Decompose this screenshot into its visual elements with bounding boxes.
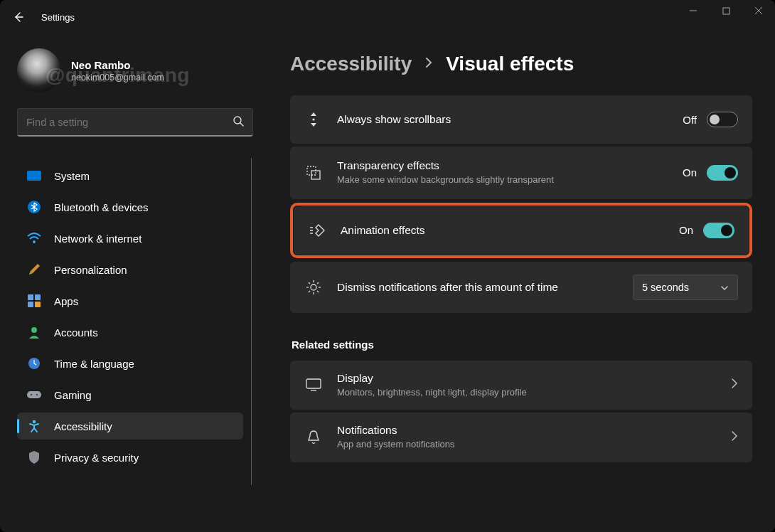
nav-item-accessibility[interactable]: Accessibility	[17, 413, 243, 440]
accessibility-icon	[27, 419, 41, 433]
setting-dismiss-notifications: Dismiss notifications after this amount …	[290, 262, 752, 313]
chevron-right-icon	[731, 378, 738, 392]
app-title: Settings	[41, 12, 75, 23]
link-title: Notifications	[337, 424, 717, 437]
chevron-down-icon	[720, 282, 729, 293]
setting-subtitle: Make some window backgrounds slightly tr…	[337, 174, 607, 186]
search-input[interactable]	[26, 117, 232, 128]
svg-point-16	[312, 118, 314, 120]
profile[interactable]: Neo Rambo neokim005@gmail.com @quantrima…	[17, 48, 256, 92]
nav-label: Personalization	[54, 264, 127, 276]
shield-icon	[27, 450, 41, 464]
body: Neo Rambo neokim005@gmail.com @quantrima…	[0, 34, 775, 532]
settings-window: Settings Neo Rambo neokim005@gmail.com @…	[0, 0, 775, 532]
nav-label: Accessibility	[54, 420, 112, 432]
maximize-button[interactable]	[710, 0, 742, 21]
back-button[interactable]	[4, 3, 33, 31]
window-controls	[677, 0, 775, 21]
transparency-icon	[304, 165, 323, 181]
toggle-state-label: Off	[683, 114, 697, 126]
brightness-icon	[304, 280, 323, 295]
titlebar: Settings	[0, 0, 775, 34]
svg-rect-6	[28, 294, 33, 300]
toggle-state-label: On	[679, 224, 693, 236]
link-subtitle: App and system notifications	[337, 438, 717, 451]
svg-point-10	[31, 327, 37, 333]
nav-item-time-language[interactable]: Time & language	[17, 350, 243, 377]
link-subtitle: Monitors, brightness, night light, displ…	[337, 386, 717, 399]
bell-icon	[304, 430, 323, 445]
system-icon	[27, 169, 41, 183]
nav-item-network[interactable]: Network & internet	[17, 225, 243, 252]
search-box[interactable]	[17, 108, 253, 137]
animation-icon	[308, 223, 326, 238]
nav-item-apps[interactable]: Apps	[17, 287, 243, 314]
clock-globe-icon	[27, 356, 41, 371]
nav-item-privacy[interactable]: Privacy & security	[17, 444, 243, 471]
related-notifications[interactable]: Notifications App and system notificatio…	[290, 413, 752, 462]
nav-item-gaming[interactable]: Gaming	[17, 381, 243, 408]
close-icon	[754, 6, 763, 15]
setting-animation-effects: Animation effects On	[294, 206, 749, 255]
svg-rect-20	[306, 379, 321, 388]
avatar	[17, 48, 61, 92]
svg-rect-2	[27, 171, 41, 181]
apps-icon	[27, 294, 41, 308]
svg-rect-9	[35, 302, 41, 307]
transparency-toggle[interactable]	[707, 165, 738, 181]
nav-label: Time & language	[54, 358, 134, 370]
nav-item-personalization[interactable]: Personalization	[17, 256, 243, 283]
profile-email: neokim005@gmail.com	[71, 73, 164, 83]
minimize-icon	[689, 6, 698, 15]
setting-title: Transparency effects	[337, 159, 668, 172]
nav-item-accounts[interactable]: Accounts	[17, 319, 243, 346]
setting-always-show-scrollbars: Always show scrollbars Off	[290, 95, 752, 144]
breadcrumb-parent[interactable]: Accessibility	[290, 53, 412, 75]
nav-label: Apps	[54, 295, 78, 307]
bluetooth-icon	[27, 200, 41, 214]
link-title: Display	[337, 372, 717, 385]
gamepad-icon	[27, 388, 41, 402]
animation-toggle[interactable]	[703, 223, 734, 238]
nav-item-system[interactable]: System	[17, 162, 243, 189]
chevron-right-icon	[731, 430, 738, 445]
setting-title: Animation effects	[341, 224, 665, 237]
maximize-icon	[722, 7, 730, 15]
nav-label: Accounts	[54, 326, 98, 339]
nav-scrollbar[interactable]	[251, 158, 252, 485]
nav-label: Bluetooth & devices	[54, 201, 149, 213]
setting-title: Dismiss notifications after this amount …	[337, 281, 619, 294]
nav-label: Privacy & security	[54, 452, 139, 464]
person-icon	[27, 325, 41, 339]
sidebar: Neo Rambo neokim005@gmail.com @quantrima…	[0, 34, 256, 532]
dismiss-time-dropdown[interactable]: 5 seconds	[633, 275, 738, 300]
svg-point-13	[31, 394, 32, 395]
svg-rect-7	[35, 294, 41, 300]
display-icon	[304, 378, 323, 391]
brush-icon	[27, 262, 41, 277]
nav-label: Gaming	[54, 389, 92, 401]
svg-point-14	[36, 394, 38, 395]
svg-point-15	[33, 420, 36, 423]
toggle-state-label: On	[683, 166, 697, 179]
search-icon	[232, 115, 244, 129]
setting-title: Always show scrollbars	[337, 113, 668, 126]
nav-item-bluetooth[interactable]: Bluetooth & devices	[17, 193, 243, 220]
svg-rect-12	[27, 391, 41, 398]
chevron-right-icon	[424, 56, 433, 72]
nav-label: System	[54, 170, 90, 182]
svg-point-1	[234, 117, 241, 124]
setting-transparency-effects: Transparency effects Make some window ba…	[290, 147, 752, 199]
related-settings-heading: Related settings	[292, 339, 752, 351]
scrollbars-toggle[interactable]	[707, 112, 738, 127]
minimize-button[interactable]	[677, 0, 710, 21]
close-button[interactable]	[742, 0, 775, 21]
related-display[interactable]: Display Monitors, brightness, night ligh…	[290, 361, 752, 410]
svg-point-19	[311, 284, 316, 290]
dropdown-value: 5 seconds	[642, 282, 689, 293]
breadcrumb-current: Visual effects	[446, 53, 574, 75]
svg-rect-8	[28, 302, 33, 307]
arrow-left-icon	[13, 11, 24, 23]
svg-rect-0	[723, 8, 729, 14]
breadcrumb: Accessibility Visual effects	[290, 53, 752, 75]
